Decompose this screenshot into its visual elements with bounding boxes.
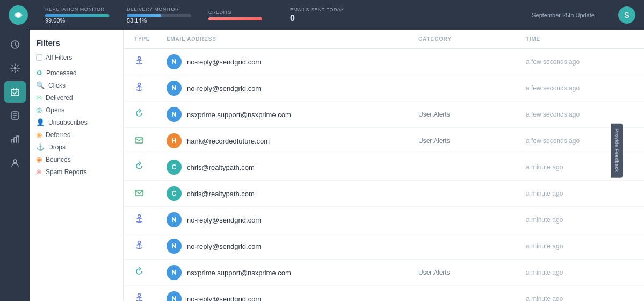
topbar: REPUTATION MONITOR 99.00% DELIVERY MONIT… <box>0 0 644 30</box>
nav-dashboard[interactable] <box>4 34 26 55</box>
filter-unsubscribes[interactable]: 👤 Unsubscribes <box>36 116 117 128</box>
col-time: TIME <box>526 36 633 42</box>
table-row: N nsxprime.support@nsxprime.com User Ale… <box>124 260 644 286</box>
filter-all-item[interactable]: All Filters <box>36 54 117 61</box>
row-time: a few seconds ago <box>526 84 633 92</box>
filter-spam-reports-label: Spam Reports <box>46 168 87 176</box>
svg-point-1 <box>16 13 20 17</box>
row-email-cell: N no-reply@sendgrid.com <box>167 81 418 96</box>
col-email: EMAIL ADDRESS <box>167 36 418 42</box>
filter-drops[interactable]: ⚓ Drops <box>36 141 117 153</box>
row-avatar: N <box>167 291 182 301</box>
row-type-icon <box>134 56 167 68</box>
row-category: User Alerts <box>418 269 526 276</box>
row-email-text: no-reply@sendgrid.com <box>187 58 261 66</box>
credits-bar <box>208 17 262 20</box>
table-row: N no-reply@sendgrid.com a few seconds ag… <box>124 75 644 102</box>
main-layout: Filters All Filters ⚙ Processed 🔍 Clicks… <box>0 30 644 301</box>
filter-unsubscribes-label: Unsubscribes <box>48 119 88 126</box>
filter-bounces[interactable]: ◉ Bounces <box>36 153 117 166</box>
table-row: N nsxprime.support@nsxprime.com User Ale… <box>124 102 644 128</box>
svg-rect-10 <box>135 190 143 196</box>
all-filters-checkbox[interactable] <box>36 54 42 61</box>
filter-delivered[interactable]: ✉ Delivered <box>36 91 117 104</box>
opens-icon: ◎ <box>36 106 42 114</box>
row-time: a few seconds ago <box>526 111 633 118</box>
row-email-text: chris@realtypath.com <box>187 163 255 171</box>
row-avatar: N <box>167 81 182 96</box>
row-time: a minute ago <box>526 295 633 301</box>
filter-opens[interactable]: ◎ Opens <box>36 104 117 116</box>
svg-point-11 <box>138 215 141 218</box>
row-type-icon <box>134 161 167 173</box>
filter-processed[interactable]: ⚙ Processed <box>36 67 117 79</box>
filter-drops-label: Drops <box>48 144 66 151</box>
delivery-monitor: DELIVERY MONITOR 53.14% <box>127 6 191 24</box>
row-avatar: N <box>167 54 182 69</box>
svg-point-3 <box>13 67 16 70</box>
col-type: TYPE <box>134 36 167 42</box>
filter-deferred[interactable]: ◉ Deferred <box>36 128 117 141</box>
row-email-cell: N no-reply@sendgrid.com <box>167 291 418 301</box>
user-avatar[interactable]: S <box>618 6 635 24</box>
filter-deferred-label: Deferred <box>46 131 71 139</box>
filter-delivered-label: Delivered <box>46 94 73 102</box>
row-time: a minute ago <box>526 242 633 250</box>
row-email-cell: N no-reply@sendgrid.com <box>167 212 418 227</box>
row-email-cell: N no-reply@sendgrid.com <box>167 239 418 254</box>
row-category: User Alerts <box>418 137 526 145</box>
row-type-icon <box>134 240 167 252</box>
row-email-text: nsxprime.support@nsxprime.com <box>187 269 291 277</box>
row-type-icon <box>134 109 167 120</box>
drops-icon: ⚓ <box>36 143 45 151</box>
row-email-cell: N nsxprime.support@nsxprime.com <box>167 107 418 122</box>
update-text: September 25th Update <box>532 12 595 18</box>
row-time: a minute ago <box>526 216 633 224</box>
clicks-icon: 🔍 <box>36 81 45 89</box>
row-type-icon <box>134 188 167 199</box>
row-time: a few seconds ago <box>526 58 633 66</box>
row-avatar: N <box>167 265 182 280</box>
delivered-icon: ✉ <box>36 94 42 102</box>
filter-clicks[interactable]: 🔍 Clicks <box>36 79 117 91</box>
reputation-monitor: REPUTATION MONITOR 99.00% <box>45 6 110 24</box>
credits-bar-fill <box>208 17 262 20</box>
nav-activity[interactable] <box>4 81 26 103</box>
nav-contacts[interactable] <box>4 152 26 174</box>
nav-reports[interactable] <box>4 105 26 126</box>
table-row: N no-reply@sendgrid.com a few seconds ag… <box>124 49 644 75</box>
sidebar-filters: Filters All Filters ⚙ Processed 🔍 Clicks… <box>30 30 124 301</box>
row-type-icon <box>134 135 167 147</box>
filter-clicks-label: Clicks <box>48 82 66 89</box>
svg-point-7 <box>138 57 141 60</box>
table-row: N no-reply@sendgrid.com a minute ago <box>124 233 644 260</box>
row-email-text: chris@realtypath.com <box>187 190 255 198</box>
row-email-text: no-reply@sendgrid.com <box>187 84 261 92</box>
nav-settings[interactable] <box>4 58 26 79</box>
row-email-cell: C chris@realtypath.com <box>167 160 418 175</box>
table-row: N no-reply@sendgrid.com a minute ago <box>124 207 644 233</box>
row-email-cell: N nsxprime.support@nsxprime.com <box>167 265 418 280</box>
table-row: C chris@realtypath.com a minute ago <box>124 181 644 207</box>
row-email-text: nsxprime.support@nsxprime.com <box>187 111 291 119</box>
feedback-button[interactable]: Provide Feedback <box>611 124 623 178</box>
filter-opens-label: Opens <box>46 106 64 114</box>
activity-table: TYPE EMAIL ADDRESS CATEGORY TIME N no-re… <box>124 30 644 301</box>
svg-rect-4 <box>11 89 19 96</box>
table-row: H hank@recordedfuture.com User Alerts a … <box>124 128 644 154</box>
row-email-cell: N no-reply@sendgrid.com <box>167 54 418 69</box>
app-logo <box>9 5 28 25</box>
row-time: a minute ago <box>526 269 633 276</box>
row-email-text: no-reply@sendgrid.com <box>187 295 261 302</box>
svg-point-13 <box>138 294 141 297</box>
svg-point-12 <box>138 241 141 244</box>
nav-stats[interactable] <box>4 128 26 150</box>
col-category: CATEGORY <box>418 36 526 42</box>
filter-bounces-label: Bounces <box>46 156 71 163</box>
all-filters-label: All Filters <box>46 54 72 61</box>
row-avatar: C <box>167 186 182 201</box>
filter-spam-reports[interactable]: ⊗ Spam Reports <box>36 166 117 178</box>
row-email-text: no-reply@sendgrid.com <box>187 216 261 224</box>
filters-title: Filters <box>36 38 117 47</box>
table-row: N no-reply@sendgrid.com a minute ago <box>124 286 644 301</box>
